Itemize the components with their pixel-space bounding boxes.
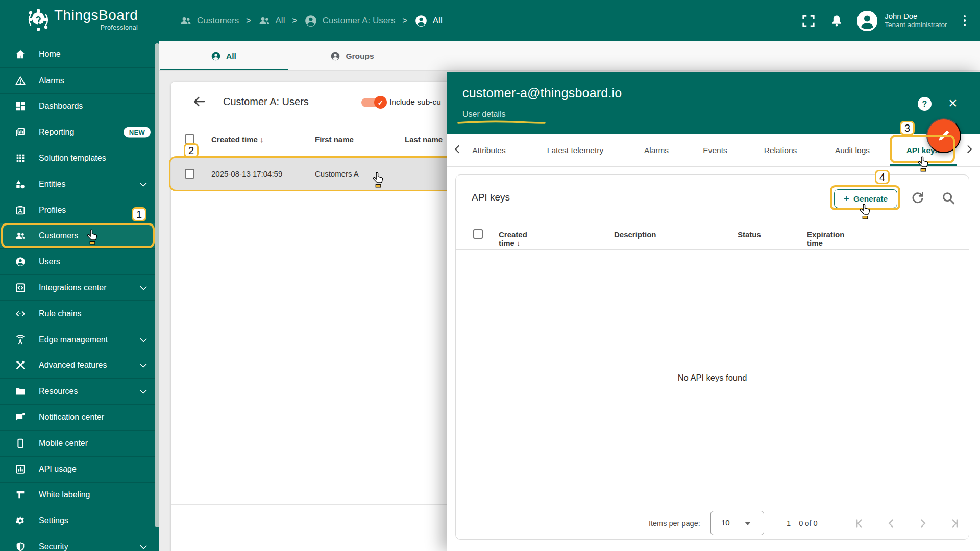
page-size-select[interactable]: 10 xyxy=(710,511,764,535)
sidebar-item-security[interactable]: Security xyxy=(0,534,159,551)
tab-attributes[interactable]: Attributes xyxy=(472,134,505,166)
edit-fab-button[interactable] xyxy=(926,118,961,153)
tab-alarms[interactable]: Alarms xyxy=(644,134,669,166)
tab-groups[interactable]: Groups xyxy=(288,41,416,70)
sidebar-item-mobile-center[interactable]: Mobile center xyxy=(0,430,159,456)
sidebar-item-home[interactable]: Home xyxy=(0,41,159,67)
sidebar-nav: Home Alarms Dashboards Reporting NEW Sol… xyxy=(0,41,159,551)
sidebar-item-solution-templates[interactable]: Solution templates xyxy=(0,145,159,171)
chevron-down-icon[interactable] xyxy=(140,361,147,368)
sidebar-item-label: Notification center xyxy=(39,413,104,422)
sidebar-item-label: Alarms xyxy=(39,76,64,85)
logo[interactable]: ThingsBoard Professional xyxy=(27,7,138,33)
close-icon[interactable]: × xyxy=(948,94,958,112)
sidebar-item-customers[interactable]: Customers xyxy=(0,223,159,249)
sidebar-item-reporting[interactable]: Reporting NEW xyxy=(0,119,159,145)
tab-relations[interactable]: Relations xyxy=(764,134,797,166)
tab-events[interactable]: Events xyxy=(703,134,727,166)
sidebar-item-dashboards[interactable]: Dashboards xyxy=(0,93,159,119)
fullscreen-icon[interactable] xyxy=(801,13,816,29)
tabs-scroll-right-icon[interactable] xyxy=(964,145,972,154)
sidebar-item-users[interactable]: Users xyxy=(0,248,159,274)
sidebar-item-resources[interactable]: Resources xyxy=(0,378,159,404)
sidebar-item-label: Reporting xyxy=(39,128,74,137)
sidebar-item-notification-center[interactable]: Notification center xyxy=(0,404,159,430)
items-per-page-label: Items per page: xyxy=(649,519,700,528)
breadcrumb-item-all-customers[interactable]: All xyxy=(258,15,285,27)
sidebar-item-api-usage[interactable]: API usage xyxy=(0,456,159,482)
sidebar-item-label: Customers xyxy=(39,231,78,240)
user-info[interactable]: John Doe Tenant administrator xyxy=(885,12,947,30)
shield-icon xyxy=(15,541,26,551)
api-keys-card: API keys + Generate Created time ↓ Descr… xyxy=(455,174,969,540)
annotation-step-1: 1 xyxy=(132,207,146,221)
breadcrumb-item-all-users[interactable]: All xyxy=(414,14,443,28)
sidebar-item-label: Resources xyxy=(39,387,78,396)
sidebar-item-label: Profiles xyxy=(39,206,66,215)
last-page-icon[interactable] xyxy=(948,517,961,530)
previous-page-icon[interactable] xyxy=(885,517,898,530)
next-page-icon[interactable] xyxy=(916,517,929,530)
help-icon[interactable]: ? xyxy=(918,97,932,111)
sort-desc-icon: ↓ xyxy=(517,239,521,247)
chevron-down-icon[interactable] xyxy=(140,283,147,290)
chevron-down-icon[interactable] xyxy=(140,542,147,549)
breadcrumb-item-customer-a-users[interactable]: Customer A: Users xyxy=(304,14,396,28)
chevron-down-icon[interactable] xyxy=(140,335,147,342)
cursor-hand-generate xyxy=(859,203,872,219)
sidebar-item-edge-management[interactable]: Edge management xyxy=(0,327,159,353)
tab-audit-logs[interactable]: Audit logs xyxy=(835,134,870,166)
notifications-bell-icon[interactable] xyxy=(829,14,844,28)
drawer-title: customer-a@thingsboard.io xyxy=(462,86,622,101)
column-expiration-time[interactable]: Expiration time xyxy=(807,230,844,247)
kebab-menu-icon[interactable] xyxy=(961,12,969,30)
cursor-hand-customers xyxy=(86,229,99,245)
breadcrumb-separator: > xyxy=(246,16,251,26)
sidebar-item-integrations-center[interactable]: Integrations center xyxy=(0,274,159,300)
notification-center-icon xyxy=(15,412,26,423)
sidebar-item-advanced-features[interactable]: Advanced features xyxy=(0,353,159,379)
breadcrumb-item-customers[interactable]: Customers xyxy=(180,15,239,27)
edge-antenna-icon xyxy=(15,334,26,345)
sidebar-scrollbar[interactable] xyxy=(155,43,159,527)
select-all-checkbox[interactable] xyxy=(185,134,194,144)
back-arrow-icon[interactable] xyxy=(191,94,207,109)
column-created-time[interactable]: Created time ↓ xyxy=(499,230,527,247)
user-details-drawer: customer-a@thingsboard.io User details ?… xyxy=(447,72,980,551)
avatar[interactable] xyxy=(857,11,877,31)
annotation-step-4: 4 xyxy=(875,170,890,184)
refresh-icon[interactable] xyxy=(910,190,925,206)
include-sub-customers-toggle[interactable]: ✓ xyxy=(361,98,384,107)
sidebar-item-entities[interactable]: Entities xyxy=(0,171,159,197)
header-divider xyxy=(456,249,969,250)
tab-all[interactable]: All xyxy=(159,41,288,70)
sidebar-item-settings[interactable]: Settings xyxy=(0,508,159,534)
account-icon xyxy=(211,51,221,61)
sidebar-item-alarms[interactable]: Alarms xyxy=(0,67,159,93)
logo-subtitle: Professional xyxy=(54,24,138,31)
sidebar-item-white-labeling[interactable]: White labeling xyxy=(0,482,159,508)
group-icon xyxy=(180,15,192,27)
column-last-name[interactable]: Last name xyxy=(405,135,443,144)
column-status[interactable]: Status xyxy=(738,230,761,239)
chevron-down-icon[interactable] xyxy=(140,387,147,394)
column-description[interactable]: Description xyxy=(614,230,656,239)
first-page-icon[interactable] xyxy=(853,517,866,530)
tab-latest-telemetry[interactable]: Latest telemetry xyxy=(547,134,603,166)
column-first-name[interactable]: First name xyxy=(315,135,354,144)
tabs-scroll-left-icon[interactable] xyxy=(455,145,463,154)
sidebar-item-label: Home xyxy=(39,49,61,59)
sidebar-item-rule-chains[interactable]: Rule chains xyxy=(0,300,159,327)
search-icon[interactable] xyxy=(941,190,956,206)
column-created-time[interactable]: Created time ↓ xyxy=(211,135,264,144)
breadcrumb-separator: > xyxy=(292,16,297,26)
caret-down-icon xyxy=(745,522,751,525)
row-checkbox[interactable] xyxy=(185,169,194,179)
sidebar-item-label: API usage xyxy=(39,465,77,474)
chevron-down-icon[interactable] xyxy=(140,180,147,187)
mobile-icon xyxy=(15,438,26,449)
new-badge: NEW xyxy=(124,127,151,138)
dashboards-icon xyxy=(15,101,26,112)
select-all-checkbox[interactable] xyxy=(473,229,483,239)
drawer-tab-bar: Attributes Latest telemetry Alarms Event… xyxy=(447,134,980,167)
